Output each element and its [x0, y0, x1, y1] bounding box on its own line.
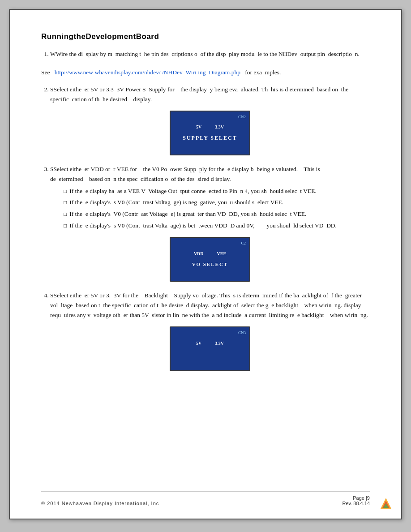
bullet-4-text: If the e display's s V0 (Cont trast Volt… — [69, 221, 337, 231]
pin-33v: 3.3V — [215, 124, 224, 131]
vo-select-label: VO SELECT — [192, 261, 228, 268]
step1-text: WWire the di splay by m matching t he pi… — [50, 51, 360, 57]
content: WWire the di splay by m matching t he pi… — [41, 49, 370, 371]
supply-pins: 5V 3.3V — [196, 124, 224, 131]
see-line: See http://www.new whavendisplay.com/nhd… — [41, 68, 370, 77]
step4-text: SSelect eithe er 5V or 3. 3V for the Bac… — [50, 292, 368, 318]
see-url-link[interactable]: http://www.new whavendisplay.com/nhdev/ … — [55, 69, 240, 76]
bl-pin-33v: 3.3V — [215, 340, 224, 347]
cn3-label: CN3 — [238, 330, 246, 336]
backlight-image: CN3 5V 3.3V — [170, 326, 250, 371]
cn2-label: CN2 — [238, 114, 246, 120]
page-title: RunningtheDevelopmentBoard — [41, 32, 370, 41]
pin-vdd: VDD — [194, 250, 204, 257]
supply-select-image-container: CN2 5V 3.3V SUPPLY SELECT — [50, 111, 370, 155]
bullet-2: If the e display's s V0 (Cont trast Volt… — [64, 198, 370, 207]
bullet-3: If the e display's V0 (Contr ast Voltage… — [64, 210, 370, 219]
page-footer: © 2014 Newhaaven Display International, … — [41, 491, 370, 506]
step3-bullets: If the e display ha as a VEE V Voltage O… — [50, 187, 370, 231]
supply-select-label: SUPPLY SELECT — [183, 134, 237, 142]
bl-pin-5v: 5V — [196, 340, 201, 347]
pin-vee: VEE — [217, 250, 227, 257]
vo-pins: VDD VEE — [194, 250, 226, 257]
page: RunningtheDevelopmentBoard WWire the di … — [9, 9, 402, 519]
vo-select-image: C2 VDD VEE VO SELECT — [170, 237, 250, 282]
list-item-4: SSelect eithe er 5V or 3. 3V for the Bac… — [50, 291, 370, 371]
step3-text: SSelect eithe er VDD or r VEE for the V0… — [50, 166, 320, 182]
see-suffix: for exa mples. — [245, 69, 281, 76]
pin-5v: 5V — [196, 124, 201, 131]
step2-text: SSelect eithe er 5V or 3.3 3V Power S Su… — [50, 86, 348, 103]
list-item-2: SSelect eithe er 5V or 3.3 3V Power S Su… — [50, 85, 370, 155]
bullet-2-text: If the e display's s V0 (Cont trast Volt… — [69, 198, 283, 207]
list-item: WWire the di splay by m matching t he pi… — [50, 49, 370, 59]
list-item-3: SSelect eithe er VDD or r VEE for the V0… — [50, 164, 370, 282]
c2-label: C2 — [241, 240, 246, 247]
vo-select-image-container: C2 VDD VEE VO SELECT — [50, 237, 370, 282]
backlight-pins: 5V 3.3V — [196, 340, 224, 347]
see-label: See — [41, 69, 50, 76]
footer-page: Page |9 Rev. 88.4.14 — [342, 495, 370, 506]
backlight-image-container: CN3 5V 3.3V — [50, 326, 370, 371]
rev-number: Rev. 88.4.14 — [342, 501, 370, 506]
page-number: Page |9 — [342, 495, 370, 501]
supply-select-image: CN2 5V 3.3V SUPPLY SELECT — [170, 111, 250, 155]
backlight-select-label — [209, 351, 211, 358]
bullet-1: If the e display ha as a VEE V Voltage O… — [64, 187, 370, 196]
bullet-3-text: If the e display's V0 (Contr ast Voltage… — [69, 210, 306, 219]
bullet-4: If the e display's s V0 (Cont trast Volt… — [64, 221, 370, 231]
footer-copyright: © 2014 Newhaaven Display International, … — [41, 501, 159, 506]
bullet-1-text: If the e display ha as a VEE V Voltage O… — [69, 187, 317, 196]
corner-logo — [380, 497, 392, 510]
